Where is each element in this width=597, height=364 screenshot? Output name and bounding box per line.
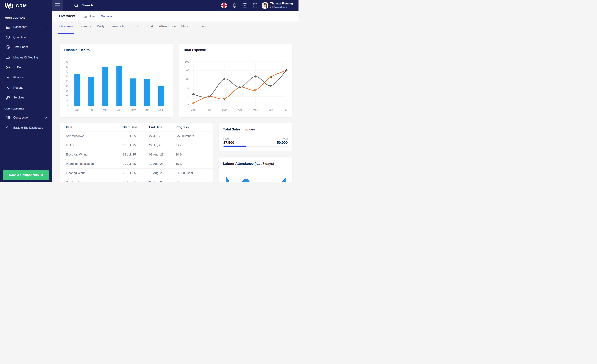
svg-text:20: 20 bbox=[65, 95, 68, 98]
svg-text:Mar: Mar bbox=[103, 108, 108, 111]
svg-text:Jan: Jan bbox=[191, 108, 196, 111]
svg-text:60: 60 bbox=[186, 78, 189, 80]
svg-text:40: 40 bbox=[65, 85, 68, 88]
svg-text:10: 10 bbox=[65, 100, 68, 103]
svg-text:90: 90 bbox=[65, 60, 68, 63]
svg-text:Feb: Feb bbox=[207, 108, 211, 111]
svg-text:Feb: Feb bbox=[89, 108, 94, 111]
svg-text:Jul: Jul bbox=[159, 108, 163, 111]
svg-text:50: 50 bbox=[65, 80, 68, 83]
svg-text:Jan: Jan bbox=[75, 108, 79, 111]
svg-text:May: May bbox=[253, 108, 258, 111]
svg-text:20: 20 bbox=[186, 95, 189, 98]
svg-text:Jul: Jul bbox=[285, 108, 288, 111]
svg-text:May: May bbox=[131, 108, 136, 111]
svg-text:30: 30 bbox=[65, 90, 68, 93]
svg-text:80: 80 bbox=[186, 69, 189, 72]
svg-text:Apr: Apr bbox=[238, 108, 242, 111]
svg-text:0: 0 bbox=[67, 104, 68, 108]
svg-text:Mar: Mar bbox=[222, 108, 227, 111]
svg-text:80: 80 bbox=[65, 65, 68, 68]
svg-text:0: 0 bbox=[188, 104, 189, 107]
svg-text:Apr: Apr bbox=[117, 108, 121, 111]
svg-text:40: 40 bbox=[186, 86, 189, 89]
svg-text:100: 100 bbox=[185, 60, 189, 63]
svg-text:60: 60 bbox=[65, 75, 68, 78]
svg-text:70: 70 bbox=[65, 70, 68, 73]
svg-text:Jun: Jun bbox=[269, 108, 273, 111]
svg-text:Jun: Jun bbox=[145, 108, 149, 111]
